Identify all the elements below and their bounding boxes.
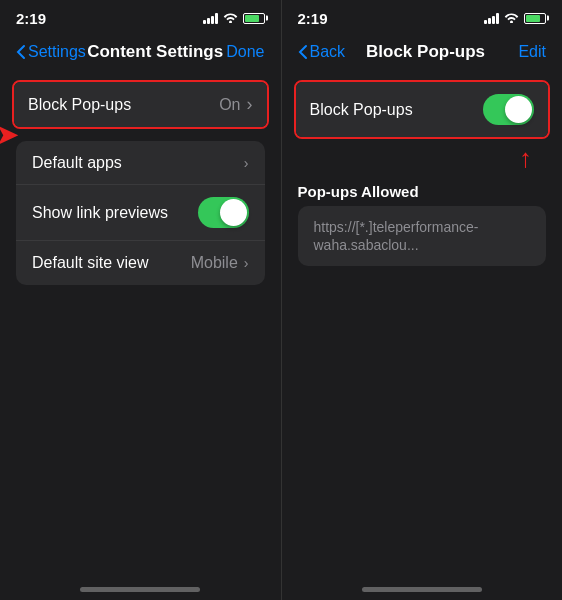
show-link-previews-label: Show link previews [32,204,198,222]
battery-icon [243,13,265,24]
nav-bar-right: Back Block Pop-ups Edit [282,32,563,76]
right-red-arrow-container: ↑ [282,145,563,171]
block-popups-label-left: Block Pop-ups [28,96,219,114]
block-popups-toggle-row[interactable]: Block Pop-ups [296,82,549,137]
chevron-default-apps: › [244,155,249,171]
status-bar-left: 2:19 [0,0,281,32]
default-site-view-label: Default site view [32,254,191,272]
battery-icon-right [524,13,546,24]
settings-list-left: Default apps › Show link previews Defaul… [16,141,265,285]
home-indicator-right [362,587,482,592]
right-screen: 2:19 Back Block Pop-ups Edit [282,0,563,600]
signal-icon [203,13,218,24]
back-label-right: Back [310,43,346,61]
done-button[interactable]: Done [225,43,265,61]
block-popups-toggle[interactable] [483,94,534,125]
status-icons-left [203,11,265,26]
block-popups-value: On [219,96,240,114]
url-row[interactable]: https://[*.]teleperformance-waha.sabaclo… [298,206,547,266]
right-red-arrow: ↑ [519,145,532,171]
edit-button[interactable]: Edit [506,43,546,61]
left-screen: 2:19 Settings Content Settings Do [0,0,281,600]
back-label-left: Settings [28,43,86,61]
time-right: 2:19 [298,10,328,27]
wifi-icon [223,11,238,26]
chevron-icon-popups: › [247,94,253,115]
default-apps-label: Default apps [32,154,244,172]
time-left: 2:19 [16,10,46,27]
nav-bar-left: Settings Content Settings Done [0,32,281,76]
nav-title-left: Content Settings [86,42,225,62]
signal-icon-right [484,13,499,24]
block-popups-row-left[interactable]: Block Pop-ups On › [14,82,267,127]
home-indicator-left [80,587,200,592]
show-link-previews-row[interactable]: Show link previews [16,185,265,241]
chevron-site-view: › [244,255,249,271]
popups-allowed-header: Pop-ups Allowed [282,171,563,206]
block-popups-toggle-label: Block Pop-ups [310,101,484,119]
nav-title-right: Block Pop-ups [345,42,506,62]
back-button-right[interactable]: Back [298,43,346,61]
status-icons-right [484,11,546,26]
default-site-view-value: Mobile [191,254,238,272]
back-button-left[interactable]: Settings [16,43,86,61]
url-text: https://[*.]teleperformance-waha.sabaclo… [314,219,479,253]
status-bar-right: 2:19 [282,0,563,32]
show-link-previews-toggle[interactable] [198,197,249,228]
default-site-view-row[interactable]: Default site view Mobile › [16,241,265,285]
default-apps-row[interactable]: Default apps › [16,141,265,185]
wifi-icon-right [504,11,519,26]
